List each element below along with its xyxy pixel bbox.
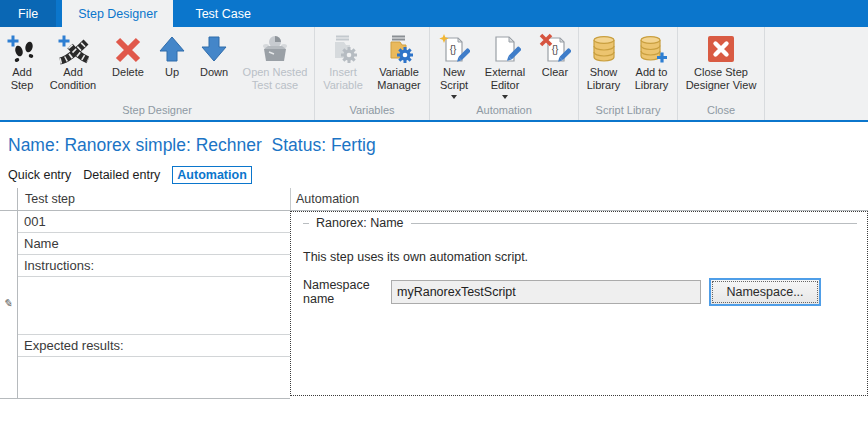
legend-line-left <box>303 223 309 224</box>
insert-variable-icon <box>327 32 359 66</box>
group-label-step-designer: Step Designer <box>1 103 313 120</box>
namespace-button[interactable]: Namespace... <box>709 278 821 306</box>
svg-text:{}: {} <box>552 44 559 55</box>
test-step-grid: ✎ 001 Name Instructions: Expected result… <box>0 211 290 399</box>
move-up-label: Up <box>165 66 179 79</box>
add-to-library-button[interactable]: Add to Library <box>627 27 676 92</box>
add-step-button[interactable]: Add Step <box>1 27 43 92</box>
clear-script-icon: {} <box>539 32 571 66</box>
variable-manager-label: Variable Manager <box>370 66 428 92</box>
legend-line-right <box>411 223 857 224</box>
grid-row-expected-results-value[interactable] <box>18 357 290 398</box>
insert-variable-label: Insert Variable <box>316 66 370 92</box>
group-label-close: Close <box>679 103 763 120</box>
app-window: File Step Designer Test Case <box>0 0 868 447</box>
add-step-label: Add Step <box>1 66 43 92</box>
row-header-gutter <box>0 188 18 210</box>
show-library-icon <box>588 32 620 66</box>
grid-row-instructions-label[interactable]: Instructions: <box>18 255 290 277</box>
page-title: Name: Ranorex simple: Rechner Status: Fe… <box>0 122 868 165</box>
ribbon-group-script-library: Show Library Add to Library Script Libra… <box>579 27 678 120</box>
automation-header: Automation <box>290 188 868 211</box>
arrow-down-icon <box>198 32 230 66</box>
ribbon-group-close: Close Step Designer View Close <box>678 27 765 120</box>
main-content: Name: Ranorex simple: Rechner Status: Fe… <box>0 122 868 399</box>
ribbon: Add Step Ad <box>0 27 868 122</box>
automation-pane: Automation Ranorex: Name This step uses … <box>290 188 868 399</box>
tab-step-designer[interactable]: Step Designer <box>62 0 173 27</box>
delete-icon <box>112 32 144 66</box>
grid-row-expected-results-label[interactable]: Expected results: <box>18 335 290 357</box>
namespace-input[interactable] <box>391 280 701 304</box>
insert-variable-button[interactable]: Insert Variable <box>316 27 370 92</box>
groupbox-legend: Ranorex: Name <box>303 216 857 230</box>
add-to-library-icon <box>636 32 668 66</box>
view-tab-strip: Quick entry Detailed entry Automation <box>8 165 868 185</box>
group-label-script-library: Script Library <box>580 103 676 120</box>
close-view-icon <box>705 32 737 66</box>
external-editor-dropdown-icon[interactable] <box>502 95 508 99</box>
close-step-designer-view-label: Close Step Designer View <box>679 66 763 92</box>
test-step-pane: Test step ✎ 001 Name Instructions: Expec… <box>0 188 290 399</box>
group-label-automation: Automation <box>431 103 577 120</box>
test-step-header-label: Test step <box>18 192 75 206</box>
new-script-button[interactable]: {} New Script <box>431 27 477 99</box>
grid-row-instructions-value[interactable] <box>18 277 290 335</box>
clear-script-button[interactable]: {} Clear <box>533 27 577 79</box>
close-step-designer-view-button[interactable]: Close Step Designer View <box>679 27 763 92</box>
open-nested-test-case-button[interactable]: Open Nested Test case <box>237 27 313 92</box>
groupbox-title: Ranorex: Name <box>316 216 404 230</box>
group-label-variables: Variables <box>316 103 428 120</box>
add-condition-icon <box>57 32 89 66</box>
delete-label: Delete <box>112 66 144 79</box>
add-step-icon <box>6 32 38 66</box>
external-editor-button[interactable]: External Editor <box>477 27 533 99</box>
external-editor-label: External Editor <box>477 66 533 92</box>
clear-script-label: Clear <box>542 66 568 79</box>
add-condition-label: Add Condition <box>43 66 103 92</box>
variable-manager-button[interactable]: Variable Manager <box>370 27 428 92</box>
automation-header-label: Automation <box>296 192 359 206</box>
automation-description: This step uses its own automation script… <box>303 250 857 264</box>
tab-automation[interactable]: Automation <box>172 166 251 184</box>
open-nested-test-case-label: Open Nested Test case <box>237 66 313 92</box>
svg-text:{}: {} <box>450 44 457 55</box>
tab-quick-entry[interactable]: Quick entry <box>8 168 71 182</box>
add-condition-button[interactable]: Add Condition <box>43 27 103 92</box>
move-down-button[interactable]: Down <box>191 27 237 79</box>
namespace-label: Namespace name <box>303 278 391 306</box>
automation-panel-body: Ranorex: Name This step uses its own aut… <box>290 211 868 396</box>
show-library-label: Show Library <box>580 66 627 92</box>
grid-row-gutter: ✎ <box>0 211 18 398</box>
new-script-dropdown-icon[interactable] <box>451 95 457 99</box>
grid-row-name[interactable]: Name <box>18 233 290 255</box>
ribbon-group-variables: Insert Variable <box>315 27 430 120</box>
ribbon-group-automation: {} New Script <box>430 27 579 120</box>
row-edit-pencil-icon: ✎ <box>3 297 12 310</box>
variable-manager-icon <box>383 32 415 66</box>
delete-button[interactable]: Delete <box>103 27 153 79</box>
split-panes: Test step ✎ 001 Name Instructions: Expec… <box>0 188 868 399</box>
add-to-library-label: Add to Library <box>627 66 676 92</box>
move-down-label: Down <box>200 66 228 79</box>
tab-detailed-entry[interactable]: Detailed entry <box>83 168 160 182</box>
move-up-button[interactable]: Up <box>153 27 191 79</box>
new-script-label: New Script <box>431 66 477 92</box>
show-library-button[interactable]: Show Library <box>580 27 627 92</box>
test-step-header: Test step <box>0 188 290 211</box>
grid-row-step-number[interactable]: 001 <box>18 211 290 233</box>
tab-file[interactable]: File <box>0 0 56 27</box>
external-editor-icon <box>489 32 521 66</box>
ribbon-tab-bar: File Step Designer Test Case <box>0 0 868 27</box>
arrow-up-icon <box>156 32 188 66</box>
namespace-row: Namespace name Namespace... <box>303 278 857 306</box>
new-script-icon: {} <box>438 32 470 66</box>
open-nested-test-case-icon <box>259 32 291 66</box>
tab-test-case[interactable]: Test Case <box>179 0 267 27</box>
ribbon-group-step-designer: Add Step Ad <box>0 27 315 120</box>
